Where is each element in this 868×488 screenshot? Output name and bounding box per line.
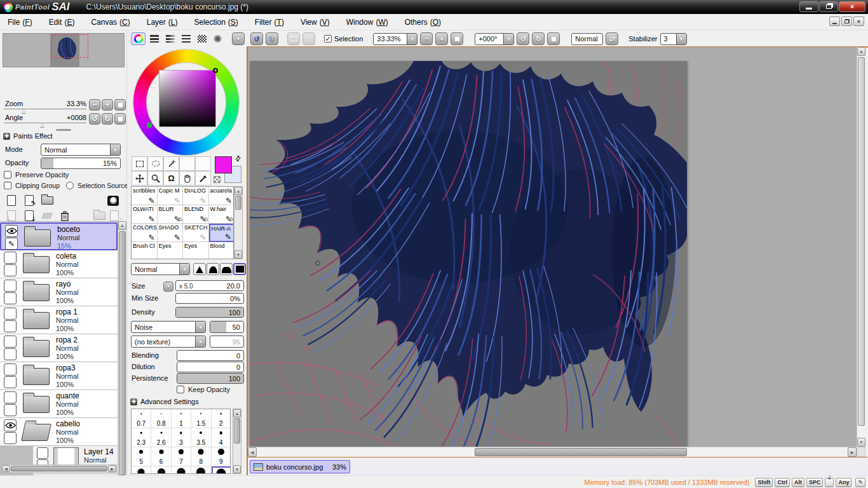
size-preset[interactable]: 5	[132, 447, 151, 466]
layer-list-vscrollbar[interactable]: ▲ ▼	[118, 221, 126, 488]
layer-visibility-toggle[interactable]	[4, 391, 17, 403]
brush-edge-flat[interactable]	[220, 263, 233, 275]
canvas-artwork[interactable]	[250, 61, 687, 447]
transparent-color-toggle[interactable]	[214, 176, 220, 183]
scrollbar-thumb[interactable]	[234, 418, 240, 444]
collapse-icon[interactable]: ✚	[3, 133, 10, 140]
angle-reset-button[interactable]	[547, 32, 560, 45]
layer-visibility-toggle[interactable]	[4, 336, 17, 348]
density-slider[interactable]: 100	[175, 307, 244, 318]
layer-paint-target-toggle[interactable]	[4, 292, 17, 304]
canvas-document[interactable]	[250, 61, 687, 447]
layer-visibility-toggle[interactable]	[4, 252, 17, 264]
size-preset[interactable]: 2.6	[151, 428, 171, 447]
nav-angle-slider-handle[interactable]: ▲	[39, 122, 45, 128]
layer-visibility-toggle[interactable]	[4, 308, 17, 320]
scrollbar-thumb[interactable]	[119, 231, 126, 475]
noise-dropdown[interactable]: Noise ▼	[131, 321, 206, 333]
size-preset[interactable]: 3.5	[191, 428, 211, 447]
panel-divider-handle[interactable]	[56, 129, 71, 131]
zoom-reset-button[interactable]	[114, 99, 126, 111]
menu-others[interactable]: OthersO	[405, 18, 441, 27]
size-preset[interactable]	[172, 466, 191, 474]
layer-paint-target-toggle[interactable]	[4, 404, 17, 416]
scroll-left-icon[interactable]: ◀	[2, 465, 10, 472]
scroll-left-icon[interactable]: ◀	[248, 447, 257, 457]
brush-blood[interactable]: Blood	[209, 242, 234, 259]
chevron-down-icon[interactable]: ▼	[195, 336, 205, 347]
zoom-out-button[interactable]: −	[89, 99, 100, 111]
layer-visibility-toggle[interactable]	[4, 363, 17, 376]
chevron-down-icon[interactable]: ▼	[195, 322, 205, 332]
brush-size-slider[interactable]: x 5.0 20.0	[175, 280, 244, 291]
brush-eyes-2[interactable]: Eyes	[183, 242, 209, 259]
zoom-in-button[interactable]: +	[102, 99, 113, 111]
saturation-value-square[interactable]	[159, 70, 216, 127]
layer-row-cabello[interactable]: cabelloNormal100%	[0, 418, 118, 446]
layer-row-rayo[interactable]: rayoNormal100%	[0, 278, 118, 306]
scroll-down-icon[interactable]: ▼	[857, 438, 865, 447]
doc-restore-button[interactable]	[841, 17, 852, 26]
clipping-group-checkbox[interactable]	[4, 182, 11, 189]
rotate-canvas-tool[interactable]: Ω	[163, 171, 179, 186]
minimize-button[interactable]	[799, 1, 818, 12]
canvas-zoom-dropdown[interactable]: 33.33% ▼	[373, 33, 417, 45]
size-preset[interactable]: 1.5	[191, 409, 211, 428]
dilution-slider[interactable]: 0	[177, 362, 244, 372]
swap-colors-icon[interactable]: ⇄	[233, 154, 243, 164]
brush-blend[interactable]: BLEND✎	[183, 205, 209, 224]
lasso-tool[interactable]	[147, 156, 163, 171]
size-preset[interactable]: 9	[212, 447, 231, 466]
brush-edge-square-selected[interactable]	[233, 263, 246, 275]
chevron-down-icon[interactable]: ▼	[407, 34, 417, 44]
brush-edge-sharp[interactable]	[193, 263, 206, 275]
flip-horizontal-button[interactable]: ⇄	[606, 32, 618, 45]
texture-dropdown[interactable]: (no texture) ▼	[131, 336, 206, 348]
size-preset[interactable]: 2.3	[132, 428, 151, 447]
menu-canvas[interactable]: CanvasC	[91, 18, 130, 27]
blending-slider[interactable]: 0	[177, 350, 244, 361]
size-preset[interactable]: 4	[212, 428, 231, 447]
paints-effect-header[interactable]: ✚ Paints Effect	[3, 132, 53, 140]
zoom-tool[interactable]	[147, 171, 163, 186]
new-folder-button[interactable]	[39, 194, 55, 207]
layer-paint-target-toggle[interactable]	[4, 376, 17, 388]
hue-marker[interactable]	[147, 123, 152, 128]
brush-copic-m[interactable]: Copic M✎	[158, 187, 184, 205]
preserve-opacity-checkbox[interactable]	[4, 171, 11, 179]
stabilizer-dropdown[interactable]: 3 ▼	[660, 33, 687, 45]
rotate-cw-button[interactable]: ↻	[532, 32, 545, 45]
size-preset[interactable]: 7	[172, 447, 191, 466]
persistence-slider[interactable]: 100	[177, 373, 244, 384]
navigator-view-rect[interactable]	[51, 34, 88, 58]
size-preset[interactable]	[132, 466, 151, 474]
layer-row-ropa3[interactable]: ropa3Normal100%	[0, 362, 118, 390]
chevron-down-icon[interactable]: ▼	[110, 144, 120, 155]
size-preset[interactable]: 8	[191, 447, 211, 466]
scrollbar-thumb[interactable]	[11, 466, 107, 471]
brush-scribbles[interactable]: scribbles✎	[132, 187, 158, 205]
size-preset-selected[interactable]	[212, 466, 231, 474]
scrollbar-thumb[interactable]	[475, 448, 687, 456]
brush-blend-mode-dropdown[interactable]: Normal ▼	[131, 263, 190, 275]
scroll-up-icon[interactable]: ▲	[857, 47, 865, 56]
chevron-down-icon[interactable]: ▼	[503, 34, 513, 44]
brush-olwati[interactable]: OLWATI✎	[132, 205, 158, 224]
scroll-right-icon[interactable]: ▶	[108, 465, 116, 472]
size-preset[interactable]: 1	[172, 409, 191, 428]
size-preset[interactable]	[151, 466, 171, 474]
menu-layer[interactable]: LayerL	[147, 18, 178, 27]
angle-reset-button[interactable]	[114, 113, 126, 125]
rotate-cw-button[interactable]: ↻	[102, 113, 113, 125]
new-layer-button[interactable]	[4, 194, 19, 207]
close-button[interactable]: ×	[839, 1, 865, 12]
selection-visible-checkbox[interactable]: ✓	[324, 35, 332, 43]
scroll-up-icon[interactable]: ▲	[234, 187, 242, 195]
layer-visibility-toggle[interactable]	[37, 447, 48, 459]
magic-wand-tool[interactable]	[163, 156, 179, 171]
menu-view[interactable]: ViewV	[301, 18, 330, 27]
brush-eyes-1[interactable]: Eyes	[158, 242, 184, 259]
scrollbar-thumb[interactable]	[858, 57, 865, 426]
brush-colors[interactable]: COLORS✎	[132, 224, 158, 242]
layer-row-ropa2[interactable]: ropa 2Normal100%	[0, 334, 118, 362]
